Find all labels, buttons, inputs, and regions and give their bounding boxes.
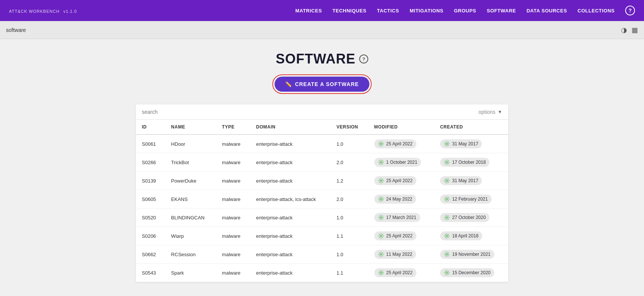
svg-point-13	[446, 254, 448, 255]
col-id: ID	[136, 120, 165, 134]
table-row[interactable]: S0662 RCSession malware enterprise-attac…	[136, 245, 508, 264]
app-version: v1.1.0	[63, 9, 77, 14]
table-row[interactable]: S0139 PowerDuke malware enterprise-attac…	[136, 172, 508, 190]
cell-id: S0061	[136, 134, 165, 153]
app-brand: ATT&CK WORKBENCH v1.1.0	[9, 7, 77, 15]
breadcrumb-bar: software ◑ ▦	[0, 21, 644, 39]
cell-name: EKANS	[165, 190, 216, 208]
gear-icon	[444, 178, 450, 184]
cell-version: 1.1	[330, 227, 368, 245]
col-name: NAME	[165, 120, 216, 134]
page-title-container: SOFTWARE ?	[276, 51, 368, 67]
svg-point-12	[380, 254, 382, 255]
brand-name: ATT&CK WORKBENCH	[9, 9, 59, 14]
table-row[interactable]: S0605 EKANS malware enterprise-attack, i…	[136, 190, 508, 208]
cell-created: 12 February 2021	[434, 190, 508, 208]
cell-type: malware	[216, 153, 250, 172]
table-body: S0061 HDoor malware enterprise-attack 1.…	[136, 134, 508, 282]
table-header: ID NAME TYPE DOMAIN VERSION MODIFIED CRE…	[136, 120, 508, 134]
table-row[interactable]: S0543 Spark malware enterprise-attack 1.…	[136, 264, 508, 282]
cell-name: RCSession	[165, 245, 216, 264]
svg-point-10	[380, 235, 382, 237]
svg-point-9	[446, 217, 448, 218]
contrast-icon[interactable]: ◑	[621, 26, 627, 34]
cell-domain: enterprise-attack	[250, 208, 331, 227]
grid-icon[interactable]: ▦	[632, 26, 638, 34]
nav-tactics[interactable]: TACTICS	[377, 8, 399, 14]
gear-icon	[378, 178, 384, 184]
table-row[interactable]: S0206 Wiarp malware enterprise-attack 1.…	[136, 227, 508, 245]
svg-point-11	[446, 235, 448, 237]
cell-version: 2.0	[330, 190, 368, 208]
software-table-container: options ▼ ID NAME TYPE DOMAIN VERSION MO…	[136, 104, 508, 282]
cell-created: 15 December 2020	[434, 264, 508, 282]
nav-techniques[interactable]: TECHNIQUES	[333, 8, 366, 14]
gear-icon	[378, 196, 384, 202]
cell-domain: enterprise-attack, ics-attack	[250, 190, 331, 208]
svg-point-0	[380, 143, 382, 145]
nav-data-sources[interactable]: DATA SOURCES	[527, 8, 567, 14]
cell-id: S0206	[136, 227, 165, 245]
main-content: SOFTWARE ? ✏️ CREATE A SOFTWARE options …	[0, 39, 644, 282]
cell-type: malware	[216, 134, 250, 153]
pencil-icon: ✏️	[285, 81, 292, 87]
col-type: TYPE	[216, 120, 250, 134]
svg-point-7	[446, 198, 448, 200]
gear-icon	[444, 214, 450, 220]
options-dropdown[interactable]: options ▼	[478, 109, 502, 115]
nav-groups[interactable]: GROUPS	[454, 8, 476, 14]
cell-id: S0139	[136, 172, 165, 190]
cell-domain: enterprise-attack	[250, 172, 331, 190]
nav-items: MATRICES TECHNIQUES TACTICS MITIGATIONS …	[295, 6, 635, 15]
cell-domain: enterprise-attack	[250, 245, 331, 264]
nav-matrices[interactable]: MATRICES	[295, 8, 322, 14]
gear-icon	[444, 233, 450, 239]
page-help-button[interactable]: ?	[359, 54, 368, 63]
cell-modified: 25 April 2022	[368, 227, 434, 245]
cell-id: S0605	[136, 190, 165, 208]
cell-name: Wiarp	[165, 227, 216, 245]
cell-version: 1.1	[330, 264, 368, 282]
cell-name: TrickBot	[165, 153, 216, 172]
cell-type: malware	[216, 245, 250, 264]
cell-version: 2.0	[330, 153, 368, 172]
svg-point-8	[380, 217, 382, 218]
cell-name: HDoor	[165, 134, 216, 153]
search-input[interactable]	[142, 109, 358, 115]
svg-point-2	[380, 162, 382, 163]
cell-name: PowerDuke	[165, 172, 216, 190]
cell-id: S0266	[136, 153, 165, 172]
col-version: VERSION	[330, 120, 368, 134]
nav-software[interactable]: SOFTWARE	[487, 8, 516, 14]
cell-type: malware	[216, 208, 250, 227]
svg-point-6	[380, 198, 382, 200]
cell-version: 1.0	[330, 134, 368, 153]
svg-point-14	[380, 272, 382, 273]
table-row[interactable]: S0266 TrickBot malware enterprise-attack…	[136, 153, 508, 172]
svg-point-15	[446, 272, 448, 273]
svg-point-5	[446, 180, 448, 181]
cell-version: 1.2	[330, 172, 368, 190]
nav-collections[interactable]: COLLECTIONS	[577, 8, 615, 14]
cell-domain: enterprise-attack	[250, 153, 331, 172]
cell-id: S0543	[136, 264, 165, 282]
nav-mitigations[interactable]: MITIGATIONS	[410, 8, 444, 14]
cell-modified: 11 May 2022	[368, 245, 434, 264]
navbar: ATT&CK WORKBENCH v1.1.0 MATRICES TECHNIQ…	[0, 0, 644, 21]
cell-modified: 1 October 2021	[368, 153, 434, 172]
cell-name: BLINDINGCAN	[165, 208, 216, 227]
cell-type: malware	[216, 172, 250, 190]
gear-icon	[378, 214, 384, 220]
table-row[interactable]: S0061 HDoor malware enterprise-attack 1.…	[136, 134, 508, 153]
col-modified: MODIFIED	[368, 120, 434, 134]
gear-icon	[378, 159, 384, 165]
gear-icon	[378, 233, 384, 239]
cell-modified: 25 April 2022	[368, 134, 434, 153]
create-software-button[interactable]: ✏️ CREATE A SOFTWARE	[275, 77, 369, 92]
svg-point-3	[446, 162, 448, 163]
nav-help-button[interactable]: ?	[625, 6, 635, 15]
cell-created: 19 November 2021	[434, 245, 508, 264]
table-row[interactable]: S0520 BLINDINGCAN malware enterprise-att…	[136, 208, 508, 227]
col-created: CREATED	[434, 120, 508, 134]
gear-icon	[378, 141, 384, 147]
